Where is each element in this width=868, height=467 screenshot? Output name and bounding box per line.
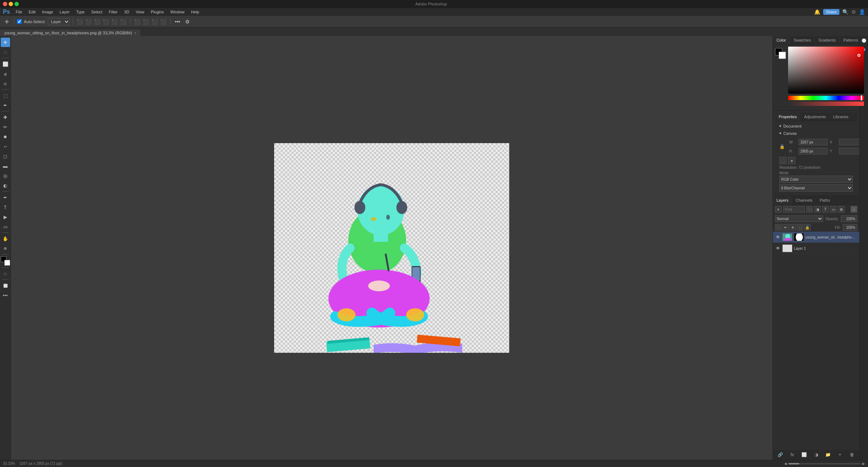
marquee-tool[interactable]: ⬜ <box>1 59 10 69</box>
eyedropper-tool[interactable]: ✒ <box>1 100 10 110</box>
align-top-icon[interactable]: ⬛ <box>102 18 110 26</box>
type-tool[interactable]: T <box>1 202 10 212</box>
menu-image[interactable]: Image <box>39 9 56 15</box>
tab-patterns[interactable]: Patterns <box>840 36 862 44</box>
align-left-icon[interactable]: ⬛ <box>76 18 84 26</box>
align-center-h-icon[interactable]: ⬛ <box>85 18 93 26</box>
lasso-tool[interactable]: ⌀ <box>1 69 10 78</box>
color-swatches[interactable] <box>1 256 10 266</box>
stamp-tool[interactable]: ⬢ <box>1 132 10 141</box>
align-center-v-icon[interactable]: ⬛ <box>111 18 119 26</box>
fill-icon[interactable]: ■ <box>788 157 795 164</box>
y-input[interactable] <box>839 148 861 154</box>
main-canvas[interactable] <box>274 143 509 353</box>
menu-file[interactable]: File <box>13 9 25 15</box>
lock-transparency-btn[interactable]: ⬛ <box>775 224 782 231</box>
menu-type[interactable]: Type <box>73 9 88 15</box>
close-button[interactable] <box>3 2 7 6</box>
bg-color-box[interactable] <box>779 52 786 59</box>
filter-smart-btn[interactable]: ⊞ <box>838 206 844 213</box>
menu-select[interactable]: Select <box>88 9 105 15</box>
blur-tool[interactable]: ◎ <box>1 171 10 180</box>
distribute-top-icon[interactable]: ⬛ <box>159 18 167 26</box>
align-bottom-icon[interactable]: ⬛ <box>119 18 127 26</box>
layers-search-input[interactable] <box>783 206 805 213</box>
layer-group-btn[interactable]: 📁 <box>825 451 832 458</box>
filter-type-btn[interactable]: T <box>822 206 829 213</box>
quick-select-tool[interactable]: ◎ <box>1 79 10 88</box>
crop-tool[interactable]: ⬚ <box>1 91 10 100</box>
user-icon[interactable]: 👤 <box>859 9 865 15</box>
tab-close-button[interactable]: × <box>134 31 136 35</box>
lock-artboard-btn[interactable]: ⬚ <box>797 224 803 231</box>
history-panel-icon[interactable]: 🕐 <box>860 36 868 45</box>
tab-swatches[interactable]: Swatches <box>790 36 815 44</box>
tab-color[interactable]: Color <box>773 36 790 44</box>
spot-healing-tool[interactable]: ✚ <box>1 112 10 122</box>
brush-tool[interactable]: ✏ <box>1 122 10 132</box>
lock-all-btn[interactable]: 🔒 <box>804 224 810 231</box>
menu-filter[interactable]: Filter <box>106 9 120 15</box>
layer-item-1[interactable]: 👁 <box>773 243 859 254</box>
lock-position-btn[interactable]: ✛ <box>790 224 796 231</box>
opacity-input[interactable]: 100% <box>841 215 857 222</box>
distribute-right-icon[interactable]: ⬛ <box>151 18 159 26</box>
bit-depth-select[interactable]: 8 Bits/Channel 16 Bits/Channel 32 Bits/C… <box>779 184 853 192</box>
window-controls[interactable] <box>3 2 19 6</box>
fit-icon[interactable]: ⬚ <box>779 157 787 164</box>
quick-mask-tool[interactable]: □ <box>1 269 10 278</box>
tab-properties[interactable]: Properties <box>775 113 800 121</box>
fill-input[interactable] <box>843 224 857 231</box>
layer-visibility-mask[interactable]: 👁 <box>775 234 781 240</box>
menu-window[interactable]: Window <box>167 9 187 15</box>
filter-adjust-btn[interactable]: ◑ <box>814 206 821 213</box>
gradient-tool[interactable]: ▬ <box>1 161 10 171</box>
alpha-slider[interactable] <box>788 102 864 106</box>
tab-libraries[interactable]: Libraries <box>830 113 852 121</box>
layer-adjustment-btn[interactable]: ◑ <box>813 451 820 458</box>
hue-slider[interactable] <box>788 96 864 100</box>
settings-icon[interactable]: ⚙ <box>851 9 856 15</box>
layers-kind-dropdown[interactable]: ≡ <box>775 206 782 213</box>
filter-pixel-btn[interactable]: ⬛ <box>806 206 813 213</box>
tab-gradients[interactable]: Gradients <box>815 36 840 44</box>
tab-channels[interactable]: Channels <box>792 196 816 204</box>
blend-mode-select[interactable]: Normal Multiply Screen Overlay <box>775 215 823 222</box>
tool-settings-icon[interactable]: ⚙ <box>184 18 192 26</box>
color-mode-select[interactable]: RGB Color CMYK Color Grayscale <box>779 176 853 183</box>
lock-icon[interactable]: 🔒 <box>779 144 785 149</box>
filter-toggle-btn[interactable]: ○ <box>851 206 857 213</box>
filter-shape-btn[interactable]: ▭ <box>830 206 837 213</box>
dodge-tool[interactable]: ◐ <box>1 181 10 190</box>
more-tools[interactable]: ••• <box>1 291 10 300</box>
search-icon[interactable]: 🔍 <box>842 9 848 15</box>
width-input[interactable] <box>799 139 827 145</box>
lock-image-btn[interactable]: ✏ <box>782 224 789 231</box>
document-tab[interactable]: young_woman_sitting_on_floor_in_headphon… <box>0 30 141 36</box>
background-color[interactable] <box>4 260 10 266</box>
layer-fx-btn[interactable]: fx <box>789 451 796 458</box>
artboard-tool[interactable]: ⬚ <box>1 47 10 57</box>
layer-delete-btn[interactable]: 🗑 <box>848 451 856 458</box>
eraser-tool[interactable]: ◻ <box>1 151 10 161</box>
menu-help[interactable]: Help <box>188 9 202 15</box>
auto-select-checkbox[interactable] <box>17 19 22 24</box>
tab-layers[interactable]: Layers <box>773 196 792 204</box>
tab-paths[interactable]: Paths <box>816 196 834 204</box>
x-input[interactable] <box>839 139 861 145</box>
menu-view[interactable]: View <box>133 9 147 15</box>
history-brush-tool[interactable]: ↩ <box>1 142 10 151</box>
pen-tool[interactable]: ✒ <box>1 193 10 202</box>
shape-tool[interactable]: ▭ <box>1 222 10 231</box>
move-tool-icon[interactable]: ✛ <box>3 18 11 26</box>
menu-plugins[interactable]: Plugins <box>148 9 167 15</box>
notification-icon[interactable]: 🔔 <box>814 9 820 15</box>
distribute-center-h-icon[interactable]: ⬛ <box>142 18 150 26</box>
share-button[interactable]: Share <box>823 9 839 15</box>
menu-edit[interactable]: Edit <box>26 9 38 15</box>
distribute-left-icon[interactable]: ⬛ <box>133 18 141 26</box>
zoom-tool[interactable]: ⊕ <box>1 244 10 253</box>
menu-3d[interactable]: 3D <box>121 9 132 15</box>
more-options-icon[interactable]: ••• <box>174 18 182 26</box>
status-bar-menu-icon[interactable]: ◀ <box>784 462 787 466</box>
